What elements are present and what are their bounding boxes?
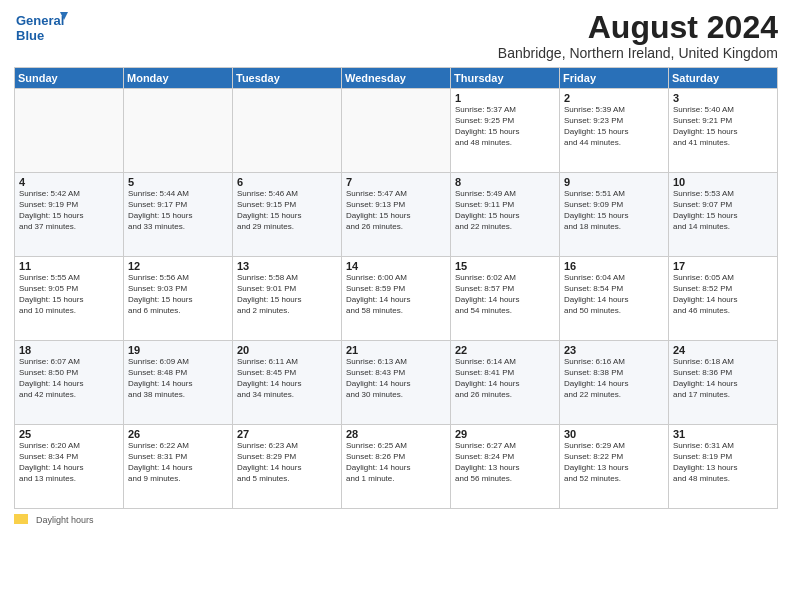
calendar-cell: 20Sunrise: 6:11 AM Sunset: 8:45 PM Dayli… xyxy=(233,341,342,425)
day-number: 20 xyxy=(237,344,337,356)
day-info: Sunrise: 5:49 AM Sunset: 9:11 PM Dayligh… xyxy=(455,189,555,232)
day-number: 7 xyxy=(346,176,446,188)
calendar-cell: 29Sunrise: 6:27 AM Sunset: 8:24 PM Dayli… xyxy=(451,425,560,509)
day-number: 21 xyxy=(346,344,446,356)
day-info: Sunrise: 5:40 AM Sunset: 9:21 PM Dayligh… xyxy=(673,105,773,148)
calendar-row-2: 11Sunrise: 5:55 AM Sunset: 9:05 PM Dayli… xyxy=(15,257,778,341)
calendar-cell: 22Sunrise: 6:14 AM Sunset: 8:41 PM Dayli… xyxy=(451,341,560,425)
subtitle: Banbridge, Northern Ireland, United King… xyxy=(498,45,778,61)
day-number: 27 xyxy=(237,428,337,440)
day-number: 11 xyxy=(19,260,119,272)
day-number: 14 xyxy=(346,260,446,272)
calendar-cell: 21Sunrise: 6:13 AM Sunset: 8:43 PM Dayli… xyxy=(342,341,451,425)
col-saturday: Saturday xyxy=(669,68,778,89)
calendar-cell: 19Sunrise: 6:09 AM Sunset: 8:48 PM Dayli… xyxy=(124,341,233,425)
calendar-cell: 23Sunrise: 6:16 AM Sunset: 8:38 PM Dayli… xyxy=(560,341,669,425)
day-info: Sunrise: 6:27 AM Sunset: 8:24 PM Dayligh… xyxy=(455,441,555,484)
day-number: 29 xyxy=(455,428,555,440)
day-number: 8 xyxy=(455,176,555,188)
day-info: Sunrise: 6:25 AM Sunset: 8:26 PM Dayligh… xyxy=(346,441,446,484)
calendar-cell: 6Sunrise: 5:46 AM Sunset: 9:15 PM Daylig… xyxy=(233,173,342,257)
calendar-cell xyxy=(342,89,451,173)
day-info: Sunrise: 6:00 AM Sunset: 8:59 PM Dayligh… xyxy=(346,273,446,316)
day-number: 19 xyxy=(128,344,228,356)
day-info: Sunrise: 6:05 AM Sunset: 8:52 PM Dayligh… xyxy=(673,273,773,316)
day-info: Sunrise: 6:31 AM Sunset: 8:19 PM Dayligh… xyxy=(673,441,773,484)
calendar-cell: 30Sunrise: 6:29 AM Sunset: 8:22 PM Dayli… xyxy=(560,425,669,509)
day-info: Sunrise: 5:42 AM Sunset: 9:19 PM Dayligh… xyxy=(19,189,119,232)
calendar-cell: 1Sunrise: 5:37 AM Sunset: 9:25 PM Daylig… xyxy=(451,89,560,173)
calendar-row-3: 18Sunrise: 6:07 AM Sunset: 8:50 PM Dayli… xyxy=(15,341,778,425)
day-number: 6 xyxy=(237,176,337,188)
day-number: 16 xyxy=(564,260,664,272)
footer: Daylight hours xyxy=(14,512,778,525)
calendar-cell: 10Sunrise: 5:53 AM Sunset: 9:07 PM Dayli… xyxy=(669,173,778,257)
calendar-table: Sunday Monday Tuesday Wednesday Thursday… xyxy=(14,67,778,509)
calendar-cell: 8Sunrise: 5:49 AM Sunset: 9:11 PM Daylig… xyxy=(451,173,560,257)
day-number: 12 xyxy=(128,260,228,272)
col-thursday: Thursday xyxy=(451,68,560,89)
day-number: 31 xyxy=(673,428,773,440)
day-number: 25 xyxy=(19,428,119,440)
day-number: 26 xyxy=(128,428,228,440)
header-row: Sunday Monday Tuesday Wednesday Thursday… xyxy=(15,68,778,89)
calendar-cell: 16Sunrise: 6:04 AM Sunset: 8:54 PM Dayli… xyxy=(560,257,669,341)
daylight-color-box xyxy=(14,514,28,524)
day-info: Sunrise: 5:47 AM Sunset: 9:13 PM Dayligh… xyxy=(346,189,446,232)
day-number: 13 xyxy=(237,260,337,272)
col-friday: Friday xyxy=(560,68,669,89)
day-info: Sunrise: 6:13 AM Sunset: 8:43 PM Dayligh… xyxy=(346,357,446,400)
col-monday: Monday xyxy=(124,68,233,89)
day-number: 2 xyxy=(564,92,664,104)
header: General Blue August 2024 Banbridge, Nort… xyxy=(14,10,778,61)
day-info: Sunrise: 6:09 AM Sunset: 8:48 PM Dayligh… xyxy=(128,357,228,400)
day-info: Sunrise: 6:07 AM Sunset: 8:50 PM Dayligh… xyxy=(19,357,119,400)
day-number: 1 xyxy=(455,92,555,104)
day-number: 3 xyxy=(673,92,773,104)
day-info: Sunrise: 6:29 AM Sunset: 8:22 PM Dayligh… xyxy=(564,441,664,484)
day-info: Sunrise: 6:18 AM Sunset: 8:36 PM Dayligh… xyxy=(673,357,773,400)
calendar-cell: 5Sunrise: 5:44 AM Sunset: 9:17 PM Daylig… xyxy=(124,173,233,257)
col-sunday: Sunday xyxy=(15,68,124,89)
calendar-cell: 9Sunrise: 5:51 AM Sunset: 9:09 PM Daylig… xyxy=(560,173,669,257)
title-block: August 2024 Banbridge, Northern Ireland,… xyxy=(498,10,778,61)
calendar-cell: 31Sunrise: 6:31 AM Sunset: 8:19 PM Dayli… xyxy=(669,425,778,509)
calendar-cell: 2Sunrise: 5:39 AM Sunset: 9:23 PM Daylig… xyxy=(560,89,669,173)
calendar-cell: 17Sunrise: 6:05 AM Sunset: 8:52 PM Dayli… xyxy=(669,257,778,341)
day-info: Sunrise: 6:11 AM Sunset: 8:45 PM Dayligh… xyxy=(237,357,337,400)
day-info: Sunrise: 5:55 AM Sunset: 9:05 PM Dayligh… xyxy=(19,273,119,316)
day-number: 4 xyxy=(19,176,119,188)
calendar-row-0: 1Sunrise: 5:37 AM Sunset: 9:25 PM Daylig… xyxy=(15,89,778,173)
daylight-label: Daylight hours xyxy=(36,515,94,525)
calendar-cell xyxy=(15,89,124,173)
day-info: Sunrise: 6:04 AM Sunset: 8:54 PM Dayligh… xyxy=(564,273,664,316)
svg-text:General: General xyxy=(16,13,64,28)
day-number: 9 xyxy=(564,176,664,188)
day-info: Sunrise: 5:51 AM Sunset: 9:09 PM Dayligh… xyxy=(564,189,664,232)
day-number: 24 xyxy=(673,344,773,356)
calendar-cell xyxy=(233,89,342,173)
calendar-cell: 14Sunrise: 6:00 AM Sunset: 8:59 PM Dayli… xyxy=(342,257,451,341)
day-number: 5 xyxy=(128,176,228,188)
day-info: Sunrise: 5:56 AM Sunset: 9:03 PM Dayligh… xyxy=(128,273,228,316)
logo-svg: General Blue xyxy=(14,10,69,48)
calendar-row-1: 4Sunrise: 5:42 AM Sunset: 9:19 PM Daylig… xyxy=(15,173,778,257)
col-tuesday: Tuesday xyxy=(233,68,342,89)
col-wednesday: Wednesday xyxy=(342,68,451,89)
day-number: 22 xyxy=(455,344,555,356)
day-number: 18 xyxy=(19,344,119,356)
day-info: Sunrise: 6:02 AM Sunset: 8:57 PM Dayligh… xyxy=(455,273,555,316)
calendar-cell: 3Sunrise: 5:40 AM Sunset: 9:21 PM Daylig… xyxy=(669,89,778,173)
day-info: Sunrise: 6:22 AM Sunset: 8:31 PM Dayligh… xyxy=(128,441,228,484)
calendar-cell: 7Sunrise: 5:47 AM Sunset: 9:13 PM Daylig… xyxy=(342,173,451,257)
main-title: August 2024 xyxy=(498,10,778,45)
svg-text:Blue: Blue xyxy=(16,28,44,43)
day-info: Sunrise: 5:53 AM Sunset: 9:07 PM Dayligh… xyxy=(673,189,773,232)
day-number: 10 xyxy=(673,176,773,188)
calendar-cell xyxy=(124,89,233,173)
day-info: Sunrise: 6:20 AM Sunset: 8:34 PM Dayligh… xyxy=(19,441,119,484)
calendar-cell: 11Sunrise: 5:55 AM Sunset: 9:05 PM Dayli… xyxy=(15,257,124,341)
calendar-cell: 27Sunrise: 6:23 AM Sunset: 8:29 PM Dayli… xyxy=(233,425,342,509)
day-info: Sunrise: 5:46 AM Sunset: 9:15 PM Dayligh… xyxy=(237,189,337,232)
logo: General Blue xyxy=(14,10,69,48)
